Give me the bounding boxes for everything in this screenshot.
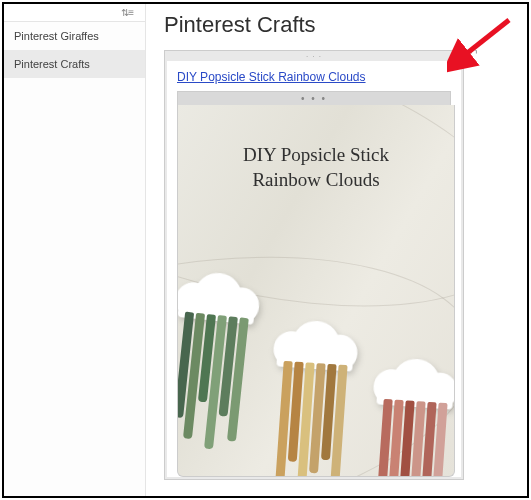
craft-cloud-green: [177, 267, 262, 326]
page-title: Pinterest Crafts: [164, 12, 519, 38]
resize-handle-top[interactable]: ∙ ∙ ∙: [167, 53, 461, 61]
sidebar-item-crafts[interactable]: Pinterest Crafts: [4, 50, 145, 78]
sidebar-header: ⇅≡: [4, 4, 145, 22]
link-preview-card[interactable]: ∙ ∙ ∙ DIY Popsicle Stick Rainbow Clouds …: [164, 50, 464, 480]
pin-menu-dots[interactable]: • • •: [177, 91, 451, 105]
link-embed-options-icon[interactable]: ⸢⸣ ⊶: [469, 50, 478, 70]
sidebar-item-giraffes[interactable]: Pinterest Giraffes: [4, 22, 145, 50]
sidebar-item-label: Pinterest Crafts: [14, 58, 90, 70]
craft-cloud-yellow: [272, 316, 359, 372]
pin-image: DIY Popsicle Stick Rainbow Clouds: [177, 105, 455, 477]
sidebar-item-label: Pinterest Giraffes: [14, 30, 99, 42]
sidebar: ⇅≡ Pinterest Giraffes Pinterest Crafts: [4, 4, 146, 496]
main-area: Pinterest Crafts ∙ ∙ ∙ DIY Popsicle Stic…: [146, 4, 527, 496]
preview-link[interactable]: DIY Popsicle Stick Rainbow Clouds: [177, 70, 366, 84]
pin-image-title: DIY Popsicle Stick Rainbow Clouds: [178, 143, 454, 192]
craft-cloud-rose: [372, 354, 455, 410]
sort-icon[interactable]: ⇅≡: [121, 8, 133, 18]
